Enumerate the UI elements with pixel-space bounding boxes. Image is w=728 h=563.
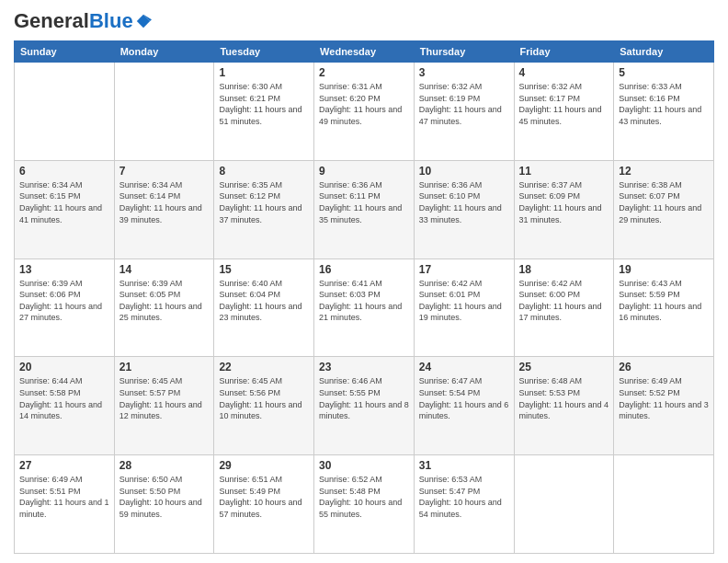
calendar-cell: 31Sunrise: 6:53 AM Sunset: 5:47 PM Dayli… <box>414 455 514 554</box>
day-number: 16 <box>319 263 409 276</box>
day-number: 9 <box>319 165 409 178</box>
week-row-3: 20Sunrise: 6:44 AM Sunset: 5:58 PM Dayli… <box>15 357 714 455</box>
week-row-4: 27Sunrise: 6:49 AM Sunset: 5:51 PM Dayli… <box>15 455 714 554</box>
day-info: Sunrise: 6:50 AM Sunset: 5:50 PM Dayligh… <box>119 474 210 520</box>
logo: GeneralBlue <box>14 9 152 33</box>
calendar-cell: 14Sunrise: 6:39 AM Sunset: 6:05 PM Dayli… <box>114 259 214 357</box>
calendar-cell <box>114 63 214 161</box>
header-row: SundayMondayTuesdayWednesdayThursdayFrid… <box>15 41 714 63</box>
day-header-friday: Friday <box>514 41 614 63</box>
calendar-cell: 9Sunrise: 6:36 AM Sunset: 6:11 PM Daylig… <box>314 160 415 259</box>
day-number: 30 <box>319 459 409 472</box>
day-number: 13 <box>19 263 109 276</box>
day-info: Sunrise: 6:39 AM Sunset: 6:05 PM Dayligh… <box>119 278 210 324</box>
day-info: Sunrise: 6:42 AM Sunset: 6:00 PM Dayligh… <box>519 278 609 324</box>
calendar-cell <box>15 63 115 161</box>
day-header-saturday: Saturday <box>614 41 714 63</box>
day-number: 31 <box>419 459 509 472</box>
calendar-cell: 2Sunrise: 6:31 AM Sunset: 6:20 PM Daylig… <box>314 63 415 161</box>
week-row-2: 13Sunrise: 6:39 AM Sunset: 6:06 PM Dayli… <box>15 259 714 357</box>
calendar-cell: 20Sunrise: 6:44 AM Sunset: 5:58 PM Dayli… <box>15 357 115 455</box>
day-info: Sunrise: 6:38 AM Sunset: 6:07 PM Dayligh… <box>619 179 709 225</box>
calendar-cell: 16Sunrise: 6:41 AM Sunset: 6:03 PM Dayli… <box>314 259 415 357</box>
day-info: Sunrise: 6:51 AM Sunset: 5:49 PM Dayligh… <box>219 474 309 520</box>
day-info: Sunrise: 6:49 AM Sunset: 5:51 PM Dayligh… <box>19 474 109 520</box>
day-number: 15 <box>219 263 309 276</box>
day-number: 7 <box>119 165 210 178</box>
day-header-tuesday: Tuesday <box>214 41 314 63</box>
day-number: 22 <box>219 361 309 373</box>
calendar-table: SundayMondayTuesdayWednesdayThursdayFrid… <box>14 40 714 554</box>
day-info: Sunrise: 6:40 AM Sunset: 6:04 PM Dayligh… <box>219 278 309 324</box>
day-number: 18 <box>519 263 609 276</box>
day-number: 29 <box>219 459 309 472</box>
day-header-monday: Monday <box>114 41 214 63</box>
day-number: 14 <box>119 263 210 276</box>
day-number: 19 <box>619 263 709 276</box>
week-row-0: 1Sunrise: 6:30 AM Sunset: 6:21 PM Daylig… <box>15 63 714 161</box>
calendar-cell: 28Sunrise: 6:50 AM Sunset: 5:50 PM Dayli… <box>114 455 214 554</box>
day-info: Sunrise: 6:31 AM Sunset: 6:20 PM Dayligh… <box>319 81 409 127</box>
day-info: Sunrise: 6:37 AM Sunset: 6:09 PM Dayligh… <box>519 179 609 225</box>
svg-marker-0 <box>136 15 149 28</box>
day-number: 3 <box>419 66 509 79</box>
day-number: 17 <box>419 263 509 276</box>
day-info: Sunrise: 6:44 AM Sunset: 5:58 PM Dayligh… <box>19 375 109 421</box>
day-info: Sunrise: 6:32 AM Sunset: 6:17 PM Dayligh… <box>519 81 609 127</box>
logo-area: GeneralBlue <box>14 9 152 33</box>
day-info: Sunrise: 6:33 AM Sunset: 6:16 PM Dayligh… <box>619 81 709 127</box>
day-number: 4 <box>519 66 609 79</box>
day-info: Sunrise: 6:36 AM Sunset: 6:11 PM Dayligh… <box>319 179 409 225</box>
day-info: Sunrise: 6:49 AM Sunset: 5:52 PM Dayligh… <box>619 375 709 421</box>
day-number: 26 <box>619 361 709 373</box>
day-number: 27 <box>19 459 109 472</box>
day-number: 12 <box>619 165 709 178</box>
day-header-wednesday: Wednesday <box>314 41 415 63</box>
calendar-cell: 3Sunrise: 6:32 AM Sunset: 6:19 PM Daylig… <box>414 63 514 161</box>
day-number: 20 <box>19 361 109 373</box>
day-number: 2 <box>319 66 409 79</box>
calendar-cell: 1Sunrise: 6:30 AM Sunset: 6:21 PM Daylig… <box>214 63 314 161</box>
calendar-cell: 22Sunrise: 6:45 AM Sunset: 5:56 PM Dayli… <box>214 357 314 455</box>
day-number: 28 <box>119 459 210 472</box>
calendar-cell: 26Sunrise: 6:49 AM Sunset: 5:52 PM Dayli… <box>614 357 714 455</box>
calendar-cell: 6Sunrise: 6:34 AM Sunset: 6:15 PM Daylig… <box>15 160 115 259</box>
header: GeneralBlue <box>14 9 714 33</box>
day-number: 24 <box>419 361 509 373</box>
logo-general: GeneralBlue <box>14 9 133 33</box>
calendar-cell: 11Sunrise: 6:37 AM Sunset: 6:09 PM Dayli… <box>514 160 614 259</box>
day-info: Sunrise: 6:46 AM Sunset: 5:55 PM Dayligh… <box>319 375 409 421</box>
day-info: Sunrise: 6:47 AM Sunset: 5:54 PM Dayligh… <box>419 375 509 421</box>
week-row-1: 6Sunrise: 6:34 AM Sunset: 6:15 PM Daylig… <box>15 160 714 259</box>
day-info: Sunrise: 6:48 AM Sunset: 5:53 PM Dayligh… <box>519 375 609 421</box>
day-info: Sunrise: 6:45 AM Sunset: 5:56 PM Dayligh… <box>219 375 309 421</box>
calendar-cell: 27Sunrise: 6:49 AM Sunset: 5:51 PM Dayli… <box>15 455 115 554</box>
calendar-cell: 30Sunrise: 6:52 AM Sunset: 5:48 PM Dayli… <box>314 455 415 554</box>
day-info: Sunrise: 6:53 AM Sunset: 5:47 PM Dayligh… <box>419 474 509 520</box>
day-info: Sunrise: 6:36 AM Sunset: 6:10 PM Dayligh… <box>419 179 509 225</box>
calendar-cell: 17Sunrise: 6:42 AM Sunset: 6:01 PM Dayli… <box>414 259 514 357</box>
calendar-cell: 5Sunrise: 6:33 AM Sunset: 6:16 PM Daylig… <box>614 63 714 161</box>
day-number: 21 <box>119 361 210 373</box>
page: GeneralBlue SundayMondayTuesdayWednesday… <box>0 0 728 563</box>
day-number: 8 <box>219 165 309 178</box>
calendar-cell: 21Sunrise: 6:45 AM Sunset: 5:57 PM Dayli… <box>114 357 214 455</box>
day-number: 5 <box>619 66 709 79</box>
day-info: Sunrise: 6:43 AM Sunset: 5:59 PM Dayligh… <box>619 278 709 324</box>
calendar-cell <box>614 455 714 554</box>
calendar-cell: 25Sunrise: 6:48 AM Sunset: 5:53 PM Dayli… <box>514 357 614 455</box>
day-header-thursday: Thursday <box>414 41 514 63</box>
day-info: Sunrise: 6:52 AM Sunset: 5:48 PM Dayligh… <box>319 474 409 520</box>
calendar-cell: 7Sunrise: 6:34 AM Sunset: 6:14 PM Daylig… <box>114 160 214 259</box>
day-info: Sunrise: 6:34 AM Sunset: 6:14 PM Dayligh… <box>119 179 210 225</box>
day-info: Sunrise: 6:30 AM Sunset: 6:21 PM Dayligh… <box>219 81 309 127</box>
calendar-cell <box>514 455 614 554</box>
day-number: 23 <box>319 361 409 373</box>
calendar-cell: 18Sunrise: 6:42 AM Sunset: 6:00 PM Dayli… <box>514 259 614 357</box>
day-info: Sunrise: 6:32 AM Sunset: 6:19 PM Dayligh… <box>419 81 509 127</box>
calendar-cell: 8Sunrise: 6:35 AM Sunset: 6:12 PM Daylig… <box>214 160 314 259</box>
logo-icon <box>135 13 152 29</box>
calendar-cell: 13Sunrise: 6:39 AM Sunset: 6:06 PM Dayli… <box>15 259 115 357</box>
day-info: Sunrise: 6:41 AM Sunset: 6:03 PM Dayligh… <box>319 278 409 324</box>
calendar-cell: 29Sunrise: 6:51 AM Sunset: 5:49 PM Dayli… <box>214 455 314 554</box>
